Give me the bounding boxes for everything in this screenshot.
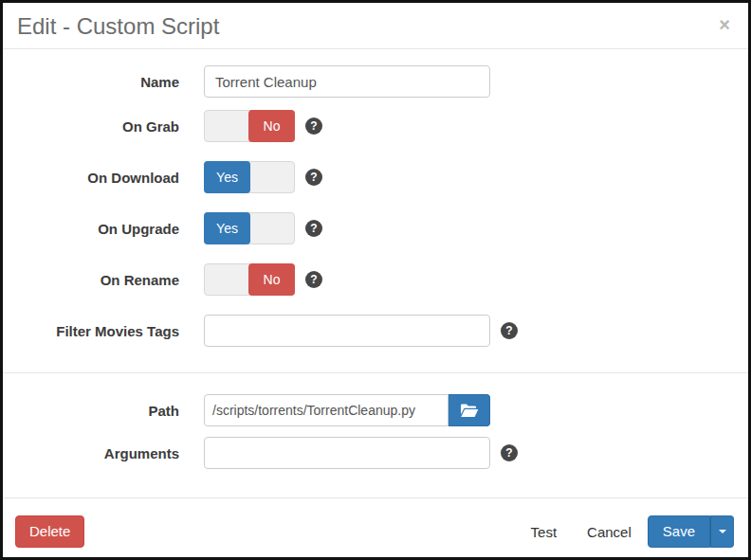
on-rename-help-icon[interactable]: ? [305, 271, 322, 288]
on-upgrade-toggle[interactable]: Yes [204, 212, 295, 244]
on-upgrade-toggle-value: Yes [204, 212, 250, 244]
close-icon[interactable]: × [715, 13, 734, 36]
on-rename-label: On Rename [3, 272, 179, 288]
folder-open-icon [460, 403, 479, 419]
filter-movies-tags-label: Filter Movies Tags [3, 323, 179, 339]
name-input[interactable] [204, 65, 490, 98]
path-input-group [204, 394, 490, 426]
arguments-row: Arguments ? [3, 437, 734, 469]
on-grab-label: On Grab [3, 118, 179, 135]
caret-down-icon [719, 530, 726, 533]
modal-title: Edit - Custom Script [17, 13, 219, 40]
on-grab-help-icon[interactable]: ? [305, 117, 322, 135]
on-rename-row: On Rename No ? [3, 263, 734, 296]
name-label: Name [3, 74, 179, 90]
on-download-help-icon[interactable]: ? [305, 169, 322, 186]
script-settings-section: Name On Grab No ? On Download Yes ? On U… [3, 49, 748, 372]
cancel-button[interactable]: Cancel [587, 524, 632, 540]
on-download-toggle-value: Yes [204, 161, 250, 193]
path-input[interactable] [204, 394, 449, 426]
on-upgrade-help-icon[interactable]: ? [305, 220, 322, 237]
on-upgrade-label: On Upgrade [3, 221, 179, 237]
on-grab-toggle[interactable]: No [204, 110, 295, 142]
on-upgrade-row: On Upgrade Yes ? [3, 212, 734, 244]
arguments-help-icon[interactable]: ? [501, 444, 518, 461]
save-button[interactable]: Save [648, 515, 710, 548]
edit-custom-script-modal: Edit - Custom Script × Name On Grab No ?… [0, 0, 751, 560]
on-download-row: On Download Yes ? [3, 161, 734, 193]
modal-footer: Delete Test Cancel Save [3, 497, 748, 558]
arguments-label: Arguments [3, 445, 179, 461]
on-download-toggle[interactable]: Yes [204, 161, 295, 193]
filter-movies-tags-help-icon[interactable]: ? [501, 322, 518, 339]
on-grab-toggle-value: No [248, 110, 295, 142]
arguments-input[interactable] [204, 437, 490, 469]
script-path-section: Path Arguments ? [3, 372, 748, 497]
save-split-button: Save [648, 515, 734, 548]
browse-path-button[interactable] [449, 394, 490, 426]
path-row: Path [3, 394, 734, 426]
on-download-label: On Download [3, 170, 179, 186]
modal-body: Name On Grab No ? On Download Yes ? On U… [3, 49, 748, 497]
footer-actions: Test Cancel Save [531, 515, 734, 548]
name-field-row: Name [3, 65, 734, 98]
path-label: Path [3, 403, 179, 419]
on-rename-toggle-value: No [248, 263, 295, 296]
filter-movies-tags-row: Filter Movies Tags ? [3, 315, 734, 347]
test-button[interactable]: Test [531, 524, 558, 540]
modal-header: Edit - Custom Script × [3, 3, 748, 49]
filter-movies-tags-input[interactable] [204, 315, 490, 347]
save-dropdown-toggle[interactable] [710, 515, 734, 548]
delete-button[interactable]: Delete [15, 515, 84, 548]
on-rename-toggle[interactable]: No [204, 263, 295, 296]
on-grab-row: On Grab No ? [3, 110, 734, 142]
